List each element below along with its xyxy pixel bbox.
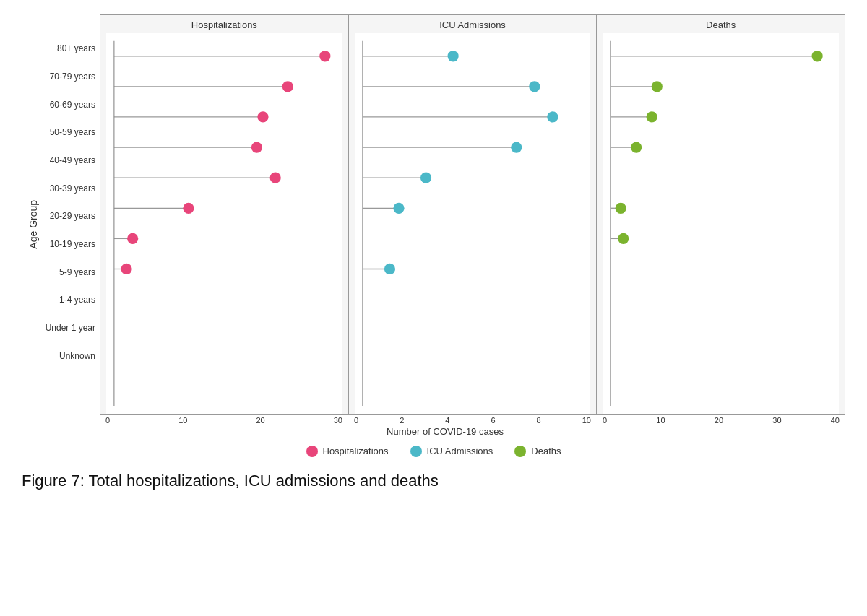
y-tick-label: 80+ years xyxy=(42,35,95,63)
svg-point-11 xyxy=(183,203,194,214)
x-axis-label: Number of COVID-19 cases xyxy=(45,425,845,437)
legend: HospitalizationsICU AdmissionsDeaths xyxy=(22,437,845,463)
x-ticks: 0102030 xyxy=(105,415,342,425)
legend-dot xyxy=(410,446,422,457)
legend-item: ICU Admissions xyxy=(410,446,493,457)
x-tick-label: 8 xyxy=(537,416,541,425)
panel-title: Hospitalizations xyxy=(100,15,348,33)
panel-deaths: Deaths xyxy=(597,14,845,415)
svg-point-35 xyxy=(652,81,663,92)
legend-dot xyxy=(514,446,526,457)
legend-item: Deaths xyxy=(514,446,561,457)
svg-point-28 xyxy=(393,203,404,214)
x-tick-label: 2 xyxy=(400,416,404,425)
chart-area: Age Group 80+ years70-79 years60-69 year… xyxy=(22,14,845,415)
svg-point-30 xyxy=(384,264,395,274)
y-tick-label: 50-59 years xyxy=(42,118,95,147)
x-tick-label: 30 xyxy=(334,416,342,425)
y-tick-label: 20-29 years xyxy=(42,202,95,230)
legend-dot xyxy=(306,446,318,457)
x-ticks: 0246810 xyxy=(354,415,591,425)
x-tick-label: 4 xyxy=(445,416,449,425)
x-tick-label: 0 xyxy=(105,416,110,425)
x-tick-label: 30 xyxy=(772,416,781,425)
x-ticks: 010203040 xyxy=(603,415,840,425)
svg-point-39 xyxy=(631,142,642,152)
y-tick-label: 5-9 years xyxy=(42,258,95,286)
svg-point-15 xyxy=(121,264,131,274)
svg-point-1 xyxy=(319,51,330,61)
svg-point-43 xyxy=(618,233,629,244)
y-tick-label: 60-69 years xyxy=(42,90,95,118)
panel-plot xyxy=(106,33,342,414)
y-tick-label: Unknown xyxy=(42,342,95,370)
svg-point-3 xyxy=(282,81,293,92)
y-tick-label: 70-79 years xyxy=(42,63,95,91)
svg-point-13 xyxy=(127,233,138,244)
x-tick-label: 20 xyxy=(256,416,264,425)
svg-point-33 xyxy=(812,51,823,61)
panel-icu-admissions: ICU Admissions xyxy=(349,14,598,415)
x-axis: 0102030 xyxy=(100,415,348,425)
x-tick-label: 6 xyxy=(491,416,495,425)
svg-point-5 xyxy=(257,111,268,122)
x-tick-label: 10 xyxy=(582,416,591,425)
panel-plot xyxy=(603,33,839,414)
y-tick-label: 30-39 years xyxy=(42,174,95,202)
x-tick-label: 40 xyxy=(831,416,840,425)
svg-point-22 xyxy=(547,111,558,122)
svg-point-24 xyxy=(511,142,522,152)
x-tick-label: 10 xyxy=(656,416,665,425)
x-tick-label: 10 xyxy=(178,416,187,425)
legend-label: Hospitalizations xyxy=(323,446,389,456)
y-tick-label: 1-4 years xyxy=(42,286,95,314)
svg-point-41 xyxy=(616,203,626,214)
svg-point-9 xyxy=(270,173,281,183)
y-labels-column: 80+ years70-79 years60-69 years50-59 yea… xyxy=(42,14,100,415)
svg-point-18 xyxy=(447,51,458,61)
legend-item: Hospitalizations xyxy=(306,446,389,457)
svg-point-7 xyxy=(251,142,262,152)
x-tick-label: 20 xyxy=(715,416,723,425)
legend-label: ICU Admissions xyxy=(427,446,493,456)
x-axis: 010203040 xyxy=(597,415,845,425)
panel-title: Deaths xyxy=(597,15,845,33)
x-axes-container: 01020300246810010203040 xyxy=(100,415,845,425)
y-tick-label: Under 1 year xyxy=(42,314,95,342)
figure-caption: Figure 7: Total hospitalizations, ICU ad… xyxy=(22,463,845,490)
main-container: Age Group 80+ years70-79 years60-69 year… xyxy=(0,0,867,498)
svg-point-20 xyxy=(529,81,540,92)
svg-point-26 xyxy=(420,173,431,183)
x-tick-label: 0 xyxy=(354,416,358,425)
svg-point-37 xyxy=(647,111,657,122)
panel-title: ICU Admissions xyxy=(349,15,597,33)
x-tick-label: 0 xyxy=(603,416,607,425)
panel-plot xyxy=(355,33,591,414)
y-tick-label: 10-19 years xyxy=(42,230,95,259)
legend-label: Deaths xyxy=(531,446,561,456)
y-axis-label: Age Group xyxy=(22,14,42,415)
panel-hospitalizations: Hospitalizations xyxy=(100,14,349,415)
y-tick-label: 40-49 years xyxy=(42,147,95,175)
x-axis: 0246810 xyxy=(348,415,597,425)
panels-container: HospitalizationsICU AdmissionsDeaths xyxy=(100,14,845,415)
